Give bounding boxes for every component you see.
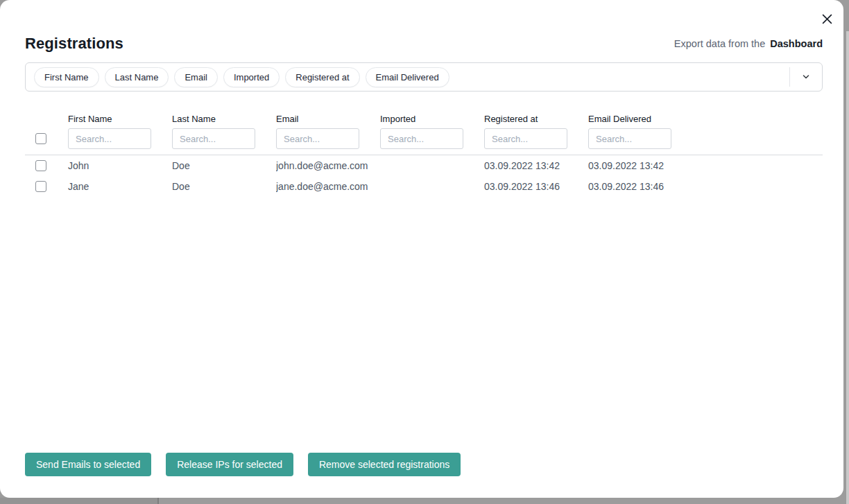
row-checkbox[interactable] <box>35 160 46 171</box>
select-all-checkbox[interactable] <box>35 133 46 144</box>
column-header-first-name: First Name <box>68 114 172 124</box>
send-emails-button[interactable]: Send Emails to selected <box>25 453 151 476</box>
filter-bar: First Name Last Name Email Imported Regi… <box>25 62 823 92</box>
column-header-email-delivered: Email Delivered <box>588 114 692 124</box>
chevron-down-icon <box>802 73 810 81</box>
cell-email: john.doe@acme.com <box>276 160 380 171</box>
search-input-registered-at[interactable] <box>484 128 567 149</box>
column-first-name: First Name <box>68 114 172 149</box>
row-checkbox-cell <box>25 181 68 192</box>
cell-email-delivered: 03.09.2022 13:42 <box>588 160 692 171</box>
filter-bar-right <box>789 63 815 91</box>
search-input-email[interactable] <box>276 128 359 149</box>
cell-first-name: John <box>68 160 172 171</box>
registrations-table: First Name Last Name Email Imported Regi… <box>25 114 823 197</box>
column-header-registered-at: Registered at <box>484 114 588 124</box>
column-registered-at: Registered at <box>484 114 588 149</box>
column-header-last-name: Last Name <box>172 114 276 124</box>
remove-registrations-button[interactable]: Remove selected registrations <box>308 453 461 476</box>
cell-email: jane.doe@acme.com <box>276 181 380 192</box>
row-checkbox[interactable] <box>35 181 46 192</box>
cell-email-delivered: 03.09.2022 13:46 <box>588 181 692 192</box>
column-imported: Imported <box>380 114 484 149</box>
filter-pill-last-name[interactable]: Last Name <box>105 67 169 87</box>
release-ips-button[interactable]: Release IPs for selected <box>166 453 293 476</box>
row-checkbox-cell <box>25 160 68 171</box>
select-all-cell <box>25 133 68 149</box>
table-header: First Name Last Name Email Imported Regi… <box>25 114 823 149</box>
cell-registered-at: 03.09.2022 13:46 <box>484 181 588 192</box>
column-email-delivered: Email Delivered <box>588 114 692 149</box>
table-row: John Doe john.doe@acme.com 03.09.2022 13… <box>25 155 823 176</box>
column-header-email: Email <box>276 114 380 124</box>
filter-pill-first-name[interactable]: First Name <box>34 67 99 87</box>
content-spacer <box>25 197 823 453</box>
cell-registered-at: 03.09.2022 13:42 <box>484 160 588 171</box>
cell-last-name: Doe <box>172 160 276 171</box>
export-hint-text: Export data from the <box>674 38 765 49</box>
dashboard-link[interactable]: Dashboard <box>770 38 823 49</box>
modal-header: Registrations Export data from the Dashb… <box>25 35 823 53</box>
bulk-actions: Send Emails to selected Release IPs for … <box>25 453 823 476</box>
search-input-imported[interactable] <box>380 128 463 149</box>
filter-bar-separator <box>789 67 790 87</box>
cell-last-name: Doe <box>172 181 276 192</box>
column-header-imported: Imported <box>380 114 484 124</box>
export-hint: Export data from the Dashboard <box>674 38 823 49</box>
cell-first-name: Jane <box>68 181 172 192</box>
close-icon <box>821 13 833 25</box>
filter-pills: First Name Last Name Email Imported Regi… <box>34 67 449 87</box>
column-last-name: Last Name <box>172 114 276 149</box>
search-input-first-name[interactable] <box>68 128 151 149</box>
search-input-last-name[interactable] <box>172 128 255 149</box>
registrations-modal: Registrations Export data from the Dashb… <box>0 0 843 498</box>
filter-pill-imported[interactable]: Imported <box>223 67 280 87</box>
search-input-email-delivered[interactable] <box>588 128 671 149</box>
filter-pill-email-delivered[interactable]: Email Delivered <box>366 67 449 87</box>
table-row: Jane Doe jane.doe@acme.com 03.09.2022 13… <box>25 176 823 197</box>
page-title: Registrations <box>25 35 123 53</box>
close-button[interactable] <box>817 9 837 28</box>
page-right-edge <box>846 31 849 504</box>
column-email: Email <box>276 114 380 149</box>
filter-pill-email[interactable]: Email <box>174 67 218 87</box>
filter-dropdown-button[interactable] <box>797 68 815 86</box>
background-sidebar-edge <box>0 498 157 504</box>
filter-pill-registered-at[interactable]: Registered at <box>285 67 359 87</box>
background-sidebar-divider <box>157 498 159 504</box>
